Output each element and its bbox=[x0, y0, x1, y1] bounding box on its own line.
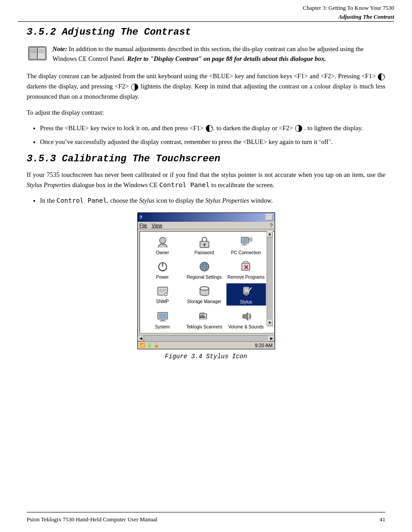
icon-owner[interactable]: Owner bbox=[143, 234, 183, 256]
window-title-buttons: ✕ bbox=[266, 214, 273, 220]
section-353-heading: 3.5.3 Calibrating The Touchscreen bbox=[27, 153, 385, 164]
horizontal-scrollbar[interactable]: ◀ ▶ bbox=[138, 335, 275, 341]
icon-password[interactable]: Password bbox=[184, 234, 224, 256]
bullet-item-1: Press the <BLUE> key twice to lock it on… bbox=[40, 123, 385, 133]
svg-text:1234: 1234 bbox=[200, 312, 204, 314]
window-close-btn[interactable]: ✕ bbox=[266, 214, 273, 220]
window-content-area: Owner Password bbox=[138, 229, 275, 335]
window-icon-grid: Owner Password bbox=[140, 231, 275, 333]
window-menubar: File View ? bbox=[138, 222, 275, 229]
stylus-icon bbox=[239, 284, 253, 299]
book-icon bbox=[27, 45, 48, 62]
page-footer: Psion Teklogix 7530 Hand-Held Computer U… bbox=[27, 512, 385, 523]
menu-view[interactable]: View bbox=[152, 223, 162, 228]
icon-pc-connection[interactable]: PC Connection bbox=[226, 234, 266, 256]
icon-volume-sounds[interactable]: Volume & Sounds bbox=[226, 308, 266, 330]
header-section-title: Adjusting The Contrast bbox=[190, 12, 394, 21]
svg-rect-2 bbox=[37, 48, 45, 59]
svg-point-39 bbox=[200, 287, 209, 290]
svg-rect-28 bbox=[244, 261, 248, 264]
body-para-2: To adjust the display contrast: bbox=[27, 108, 385, 118]
icon-remove-programs[interactable]: Remove Programs bbox=[226, 259, 266, 280]
storage-manager-label: Storage Manager bbox=[187, 299, 221, 304]
vertical-scrollbar[interactable]: ▲ ▼ bbox=[267, 231, 273, 326]
svg-marker-58 bbox=[243, 312, 248, 320]
scroll-down-arrow[interactable]: ▼ bbox=[267, 320, 273, 326]
icon-teklogix-scanners[interactable]: 1234 Teklogix Scanners bbox=[184, 308, 224, 330]
footer-manual-title: Psion Teklogix 7530 Hand-Held Computer U… bbox=[27, 516, 157, 523]
icon-stylus[interactable]: Stylus bbox=[226, 283, 266, 306]
status-icon-2: 🔋 bbox=[147, 343, 152, 348]
note-label: Note: bbox=[52, 45, 67, 52]
icon-regional[interactable]: Regional Settings bbox=[184, 259, 224, 280]
svg-rect-47 bbox=[161, 319, 164, 320]
main-content: 3.5.2 Adjusting The Contrast Note: In ad… bbox=[27, 27, 385, 366]
svg-rect-42 bbox=[245, 294, 248, 296]
section-352-heading: 3.5.2 Adjusting The Contrast bbox=[27, 27, 385, 38]
volume-sounds-label: Volume & Sounds bbox=[228, 324, 264, 329]
icon-snmp[interactable]: SNMP bbox=[143, 283, 183, 306]
svg-rect-46 bbox=[159, 313, 167, 318]
svg-point-12 bbox=[203, 243, 205, 245]
control-panel-window: ? ✕ File View ? bbox=[137, 212, 275, 349]
window-titlebar: ? ✕ bbox=[138, 213, 275, 222]
svg-rect-41 bbox=[244, 288, 248, 292]
hscroll-track bbox=[144, 336, 268, 341]
password-icon bbox=[197, 235, 212, 249]
volume-sounds-icon bbox=[239, 309, 253, 324]
system-icon bbox=[156, 309, 170, 324]
snmp-icon bbox=[156, 284, 170, 298]
note-box: Note: In addition to the manual adjustme… bbox=[27, 44, 385, 64]
menu-help[interactable]: ? bbox=[270, 223, 272, 228]
window-title: ? bbox=[140, 215, 143, 220]
figure-caption: Figure 3.4 Stylus Icon bbox=[165, 353, 247, 360]
calibrate-bullet-list: In the Control Panel, choose the Stylus … bbox=[40, 196, 385, 206]
bullet-light-icon bbox=[295, 125, 302, 132]
password-label: Password bbox=[195, 250, 214, 255]
svg-rect-15 bbox=[242, 238, 248, 242]
calibrate-bullet-1: In the Control Panel, choose the Stylus … bbox=[40, 196, 385, 206]
bullet-dark-icon bbox=[206, 125, 213, 132]
menu-file[interactable]: File bbox=[140, 223, 148, 228]
regional-label: Regional Settings bbox=[187, 275, 221, 280]
power-icon bbox=[156, 260, 170, 274]
scroll-left-arrow[interactable]: ◀ bbox=[138, 336, 144, 341]
note-bold-text: Refer to "Display Contrast" on page 88 f… bbox=[127, 55, 326, 62]
scroll-up-arrow[interactable]: ▲ bbox=[267, 231, 273, 237]
scroll-right-arrow[interactable]: ▶ bbox=[268, 336, 275, 341]
page-header: Chapter 3: Getting To Know Your 7530 Adj… bbox=[190, 0, 412, 23]
scroll-track bbox=[267, 237, 273, 320]
system-label: System bbox=[155, 324, 170, 329]
remove-programs-label: Remove Programs bbox=[228, 275, 264, 280]
body-para-353: If your 7535 touchscreen has never been … bbox=[27, 170, 385, 190]
body-para-1: The display contrast can be adjusted fro… bbox=[27, 71, 385, 102]
figure-container: ? ✕ File View ? bbox=[27, 212, 385, 360]
icon-power[interactable]: Power bbox=[143, 259, 183, 280]
status-icon-3: 🔒 bbox=[154, 343, 159, 348]
bullet-item-2: Once you’ve successfully adjusted the di… bbox=[40, 137, 385, 147]
stylus-label: Stylus bbox=[240, 300, 252, 304]
light-circle-icon bbox=[131, 84, 138, 91]
note-text: Note: In addition to the manual adjustme… bbox=[52, 44, 385, 64]
owner-label: Owner bbox=[156, 250, 169, 255]
svg-rect-19 bbox=[250, 238, 252, 241]
storage-manager-icon bbox=[197, 284, 212, 298]
svg-rect-56 bbox=[200, 319, 206, 320]
regional-icon bbox=[197, 260, 212, 274]
icon-system[interactable]: System bbox=[143, 308, 183, 330]
status-icons: 📶 🔋 🔒 bbox=[140, 343, 159, 348]
remove-programs-icon bbox=[239, 260, 253, 274]
footer-page-number: 41 bbox=[380, 516, 385, 523]
svg-point-10 bbox=[160, 237, 166, 244]
status-time: 9:20 AM bbox=[255, 343, 272, 348]
status-icon-1: 📶 bbox=[140, 343, 145, 348]
pc-connection-icon bbox=[239, 235, 253, 249]
power-label: Power bbox=[156, 275, 168, 280]
chapter-line: Chapter 3: Getting To Know Your 7530 bbox=[190, 4, 394, 12]
svg-rect-48 bbox=[160, 320, 166, 321]
contrast-bullet-list: Press the <BLUE> key twice to lock it on… bbox=[40, 123, 385, 147]
svg-rect-1 bbox=[29, 48, 37, 59]
icon-storage-manager[interactable]: Storage Manager bbox=[184, 283, 224, 306]
teklogix-scanners-icon: 1234 bbox=[197, 309, 212, 324]
window-statusbar: 📶 🔋 🔒 9:20 AM bbox=[138, 341, 275, 349]
